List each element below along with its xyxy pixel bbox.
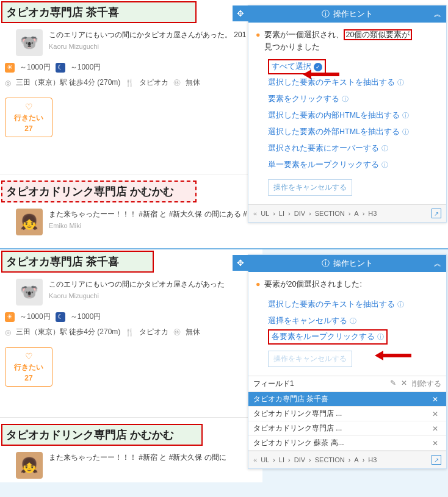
- msg-part-b: 20個の類似要素が: [346, 30, 410, 39]
- avatar: 🐨: [16, 29, 43, 56]
- want-label: 行きたい: [14, 362, 43, 373]
- hint-message: ● 要素が一個選択され、20個の類似要素が 見つかりました: [256, 29, 439, 53]
- listing1-review-row: 🐨 このエリアにもいつの間にかタピオカ屋さんがあった。 201 Kaoru Mi…: [0, 24, 262, 60]
- breadcrumb: « UL› LI› DIV› SECTION› A› H3 ↗: [248, 451, 446, 468]
- help-icon[interactable]: ⓘ: [342, 95, 349, 104]
- want-button[interactable]: ♡ 行きたい 27: [5, 98, 52, 137]
- cancel-button[interactable]: 操作をキャンセルする: [268, 351, 352, 367]
- price-row: ☀ ～1000円 ☾ ～1000円: [0, 309, 262, 324]
- crumb-item[interactable]: UL: [261, 456, 269, 463]
- edit-icon[interactable]: ✎: [390, 379, 396, 389]
- listing2-title-box[interactable]: タピオカドリンク専門店 かむかむ: [1, 424, 203, 446]
- utensils-icon: 🍴: [125, 328, 134, 337]
- cancel-select-link[interactable]: 選擇をキャンセルするⓘ: [268, 313, 439, 329]
- close-icon[interactable]: ✕: [401, 379, 407, 389]
- listing1-review-row: 🐨 このエリアにもいつの間にかタピオカ屋さんがあった Kaoru Mizuguc…: [0, 274, 262, 309]
- outer-html-link[interactable]: 選択した要素の外部HTMLを抽出するⓘ: [268, 124, 439, 140]
- svg-marker-1: [375, 351, 411, 360]
- crumb-item[interactable]: H3: [368, 210, 377, 217]
- table-row[interactable]: タピオカ専門店 茶千喜✕: [248, 392, 446, 407]
- location-row: ◎ 三田（東京）駅 徒歩4分 (270m) 🍴 タピオカ ㊡ 無休: [0, 75, 262, 90]
- crumb-item[interactable]: SECTION: [315, 456, 345, 463]
- holiday-text: 無休: [186, 77, 200, 88]
- help-icon[interactable]: ⓘ: [397, 300, 404, 309]
- crumb-prev-icon[interactable]: «: [253, 456, 257, 463]
- collapse-icon[interactable]: ︽: [434, 259, 441, 269]
- want-count: 27: [14, 374, 43, 382]
- location-text: 三田（東京）駅 徒歩4分 (270m): [16, 327, 120, 337]
- field-name[interactable]: フィールド1: [253, 379, 390, 389]
- crumb-item[interactable]: LI: [279, 456, 284, 463]
- arrow-annotation: [375, 351, 411, 360]
- crumb-item[interactable]: A: [354, 210, 358, 217]
- review-text: このエリアにもいつの間にかタピオカ屋さんがあった。 201: [49, 29, 246, 40]
- listing2-title: タピオカドリンク専門店 かむかむ: [6, 185, 174, 198]
- listing1-title: タピオカ専門店 茶千喜: [6, 6, 119, 18]
- loop-single-link[interactable]: 単一要素をループクリックするⓘ: [268, 157, 439, 173]
- review-text: このエリアにもいつの間にかタピオカ屋さんがあった: [49, 279, 225, 290]
- reviewer-name: Emiko Miki: [49, 222, 247, 229]
- row-delete-icon[interactable]: ✕: [429, 410, 441, 418]
- crumb-item[interactable]: DIV: [294, 456, 305, 463]
- crumb-item[interactable]: LI: [279, 210, 284, 217]
- crumb-item[interactable]: UL: [261, 210, 269, 217]
- row-delete-icon[interactable]: ✕: [429, 395, 441, 404]
- collapse-icon[interactable]: ︽: [434, 9, 441, 20]
- help-icon[interactable]: ⓘ: [381, 144, 388, 153]
- hover-link[interactable]: 選択された要素にオーバーするⓘ: [268, 140, 439, 157]
- extract-text-link[interactable]: 選択した要素のテキストを抽出するⓘ: [268, 296, 439, 313]
- table-row[interactable]: タピオカドリンク 蘇茶 高...✕: [248, 436, 446, 451]
- reviewer-name: Kaoru Mizuguchi: [49, 292, 225, 299]
- location-text: 三田（東京）駅 徒歩4分 (270m): [16, 77, 120, 88]
- drag-handle-icon[interactable]: ✥: [233, 5, 248, 21]
- help-icon[interactable]: ⓘ: [402, 127, 409, 137]
- want-label: 行きたい: [14, 113, 43, 123]
- listing2-review-row: 👧 また来ちゃったーー！！！ #新宿 と #新大久保 の間に: [0, 447, 262, 482]
- drag-handle-icon[interactable]: ✥: [233, 255, 248, 271]
- external-icon[interactable]: ↗: [432, 209, 441, 218]
- price-row: ☀ ～1000円 ☾ ～1000円: [0, 60, 262, 75]
- listing1-title-box[interactable]: タピオカ専門店 茶千喜: [1, 1, 197, 23]
- listing1-title-box[interactable]: タピオカ専門店 茶千喜: [1, 251, 154, 273]
- crumb-item[interactable]: A: [354, 456, 358, 463]
- hint-header: ⓘ 操作ヒント ︽: [248, 255, 446, 272]
- help-icon[interactable]: ⓘ: [397, 78, 404, 87]
- holiday-text: 無休: [186, 327, 200, 337]
- msg-part-c: 見つかりました: [264, 43, 320, 51]
- pin-icon: ◎: [5, 328, 11, 337]
- hint-header: ⓘ 操作ヒント ︽: [248, 5, 446, 23]
- listing2-review-row: 👧 また来ちゃったーー！！！ #新宿 と #新大久保 の間にある # Emiko…: [0, 204, 262, 239]
- cancel-button[interactable]: 操作をキャンセルする: [268, 179, 352, 196]
- hint-title: 操作ヒント: [333, 9, 373, 20]
- click-element-link[interactable]: 要素をクリックするⓘ: [268, 91, 439, 107]
- listing2-title: タピオカドリンク専門店 かむかむ: [6, 429, 174, 441]
- crumb-item[interactable]: H3: [368, 456, 377, 463]
- table-row[interactable]: タピオカドリンク専門店 ...✕: [248, 421, 446, 436]
- crumb-item[interactable]: SECTION: [315, 210, 345, 217]
- table-row[interactable]: タピオカドリンク専門店 ...✕: [248, 407, 446, 421]
- listing1-title: タピオカ専門店 茶千喜: [6, 256, 119, 268]
- crumb-item[interactable]: DIV: [294, 210, 305, 217]
- utensils-icon: 🍴: [125, 79, 134, 87]
- hint-panel: ✥ ⓘ 操作ヒント ︽ ● 要素が20個選択されました: 選択した要素のテキスト…: [248, 254, 447, 469]
- external-icon[interactable]: ↗: [432, 455, 441, 465]
- inner-html-link[interactable]: 選択した要素の内部HTMLを抽出するⓘ: [268, 107, 439, 124]
- row-delete-icon[interactable]: ✕: [429, 424, 441, 433]
- avatar: 🐨: [16, 279, 43, 306]
- field-table: フィールド1 ✎ ✕ 削除する タピオカ専門店 茶千喜✕ タピオカドリンク専門店…: [248, 376, 446, 451]
- delete-link[interactable]: 削除する: [412, 379, 441, 389]
- row-delete-icon[interactable]: ✕: [429, 439, 441, 448]
- want-button[interactable]: ♡ 行きたい 27: [5, 347, 52, 387]
- help-icon[interactable]: ⓘ: [377, 332, 384, 341]
- help-icon[interactable]: ⓘ: [350, 316, 356, 326]
- moon-icon: ☾: [56, 312, 65, 322]
- loop-each-link[interactable]: 各要素をループクリックするⓘ: [268, 329, 388, 345]
- crumb-prev-icon[interactable]: «: [253, 210, 257, 217]
- price-day: ～1000円: [20, 62, 51, 73]
- holiday-icon: ㊡: [173, 327, 181, 337]
- help-icon[interactable]: ⓘ: [381, 160, 388, 170]
- listing2-title-box[interactable]: タピオカドリンク専門店 かむかむ: [1, 181, 197, 202]
- extract-text-link[interactable]: 選択した要素のテキストを抽出するⓘ: [268, 74, 439, 91]
- warn-icon: ●: [256, 29, 261, 53]
- help-icon[interactable]: ⓘ: [402, 111, 409, 120]
